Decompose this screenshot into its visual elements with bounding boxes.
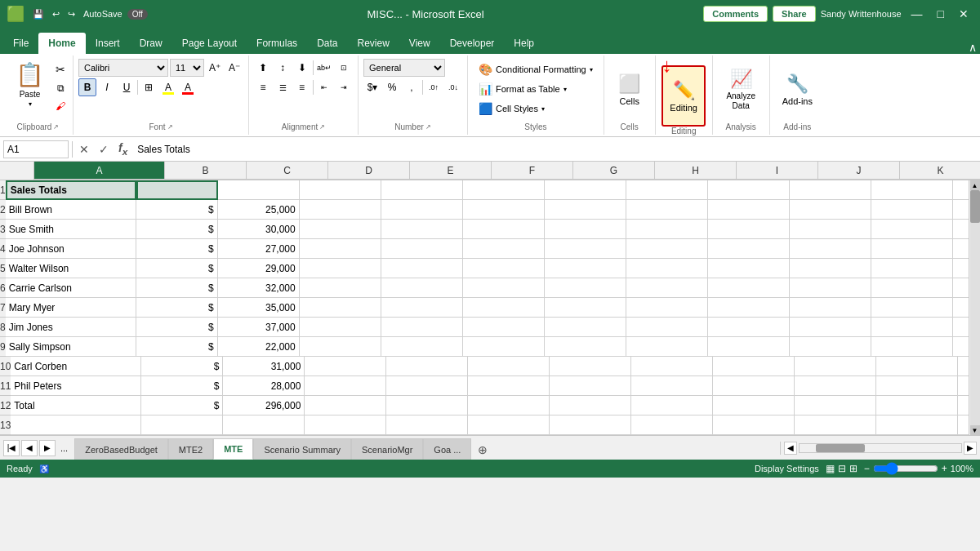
decrease-indent-btn[interactable]: ⇤ [315, 78, 333, 96]
cell-A13[interactable] [11, 415, 141, 435]
cell-H8[interactable] [626, 318, 708, 337]
row-header-5[interactable]: 5 [0, 259, 6, 278]
decrease-decimal-btn[interactable]: .0↓ [444, 78, 462, 96]
cell-E9[interactable] [381, 337, 463, 357]
cell-J6[interactable] [790, 278, 871, 298]
scroll-up-btn[interactable]: ▲ [970, 180, 980, 190]
merge-btn[interactable]: ⊡ [335, 59, 353, 77]
row-header-13[interactable]: 13 [0, 415, 11, 435]
cell-A8[interactable]: Jim Jones [6, 318, 136, 337]
col-header-K[interactable]: K [900, 162, 980, 180]
cell-B9[interactable]: $ [136, 337, 218, 357]
cell-B12[interactable]: $ [141, 396, 223, 415]
zoom-out-btn[interactable]: − [864, 463, 870, 474]
display-settings-btn[interactable]: Display Settings [755, 464, 819, 473]
autosave-toggle[interactable]: Off [127, 9, 148, 20]
tab-formulas[interactable]: Formulas [247, 33, 307, 54]
cell-J3[interactable] [790, 220, 871, 239]
cell-J4[interactable] [790, 239, 871, 259]
cell-K11[interactable] [876, 376, 958, 396]
scroll-track[interactable] [970, 190, 980, 425]
tab-help[interactable]: Help [504, 33, 544, 54]
cell-I3[interactable] [708, 220, 790, 239]
cell-I1[interactable] [708, 180, 790, 200]
sheet-tab-scenariomgr[interactable]: ScenarioMgr [351, 438, 423, 460]
comments-button[interactable]: Comments [703, 6, 768, 22]
align-right-btn[interactable]: ≡ [293, 78, 311, 96]
col-header-A[interactable]: A [34, 162, 165, 180]
horizontal-scrollbar[interactable]: ◀ ▶ [780, 442, 980, 455]
cell-G6[interactable] [545, 278, 626, 298]
font-expand-icon[interactable]: ↗ [167, 123, 173, 131]
cell-A9[interactable]: Sally Simpson [6, 337, 136, 357]
cell-F1[interactable] [463, 180, 545, 200]
cell-E7[interactable] [381, 298, 463, 318]
zoom-slider[interactable] [873, 462, 938, 475]
analyze-data-button[interactable]: 📈 AnalyzeData [719, 60, 763, 121]
cell-F13[interactable] [468, 415, 550, 435]
cell-H5[interactable] [626, 259, 708, 278]
cell-A6[interactable]: Carrie Carlson [6, 278, 136, 298]
align-left-btn[interactable]: ≡ [254, 78, 272, 96]
cell-C1[interactable] [218, 180, 300, 200]
sheet-tab-mte[interactable]: MTE [213, 438, 253, 460]
cell-D9[interactable] [300, 337, 381, 357]
cell-B13[interactable] [141, 415, 223, 435]
ribbon-collapse-btn[interactable]: ∧ [969, 41, 977, 54]
cell-H7[interactable] [626, 298, 708, 318]
cell-C3[interactable]: 30,000 [218, 220, 300, 239]
cell-L13[interactable] [958, 415, 969, 435]
percent-btn[interactable]: % [383, 78, 401, 96]
cell-I11[interactable] [713, 376, 795, 396]
cut-button[interactable]: ✂ [53, 60, 68, 78]
cell-L6[interactable] [953, 278, 969, 298]
cell-J11[interactable] [795, 376, 876, 396]
close-btn[interactable]: ✕ [954, 6, 973, 22]
row-header-7[interactable]: 7 [0, 298, 6, 318]
cell-G13[interactable] [550, 415, 631, 435]
cell-E2[interactable] [381, 200, 463, 220]
tab-data[interactable]: Data [307, 33, 347, 54]
cell-D6[interactable] [300, 278, 381, 298]
cell-G7[interactable] [545, 298, 626, 318]
maximize-btn[interactable]: □ [933, 6, 949, 22]
row-header-4[interactable]: 4 [0, 239, 6, 259]
cell-J1[interactable] [790, 180, 871, 200]
cell-G8[interactable] [545, 318, 626, 337]
cell-C11[interactable]: 28,000 [223, 376, 305, 396]
cell-D11[interactable] [305, 376, 386, 396]
cell-K5[interactable] [871, 259, 953, 278]
col-header-D[interactable]: D [328, 162, 410, 180]
cancel-formula-icon[interactable]: ✕ [76, 143, 92, 156]
cell-B10[interactable]: $ [141, 357, 223, 376]
cell-G12[interactable] [550, 396, 631, 415]
cell-E4[interactable] [381, 239, 463, 259]
cell-L8[interactable] [953, 318, 969, 337]
cell-D13[interactable] [305, 415, 386, 435]
cell-A3[interactable]: Sue Smith [6, 220, 136, 239]
cell-J13[interactable] [795, 415, 876, 435]
cell-C2[interactable]: 25,000 [218, 200, 300, 220]
add-ins-button[interactable]: 🔧 Add-ins [775, 60, 820, 121]
normal-view-btn[interactable]: ▦ [826, 463, 835, 474]
currency-btn[interactable]: $▾ [363, 78, 381, 96]
cell-D3[interactable] [300, 220, 381, 239]
cell-K3[interactable] [871, 220, 953, 239]
cell-B2[interactable]: $ [136, 200, 218, 220]
cell-D7[interactable] [300, 298, 381, 318]
cell-K4[interactable] [871, 239, 953, 259]
sheet-tab-scenario-summary[interactable]: Scenario Summary [253, 438, 351, 460]
cell-H3[interactable] [626, 220, 708, 239]
col-header-B[interactable]: B [165, 162, 247, 180]
cell-L2[interactable] [953, 200, 969, 220]
bold-btn[interactable]: B [78, 78, 96, 96]
cell-K6[interactable] [871, 278, 953, 298]
cell-K9[interactable] [871, 337, 953, 357]
cell-I13[interactable] [713, 415, 795, 435]
confirm-formula-icon[interactable]: ✓ [96, 143, 112, 156]
row-header-8[interactable]: 8 [0, 318, 6, 337]
cell-E8[interactable] [381, 318, 463, 337]
cell-A10[interactable]: Carl Corben [11, 357, 141, 376]
cell-C13[interactable] [223, 415, 305, 435]
row-header-3[interactable]: 3 [0, 220, 6, 239]
